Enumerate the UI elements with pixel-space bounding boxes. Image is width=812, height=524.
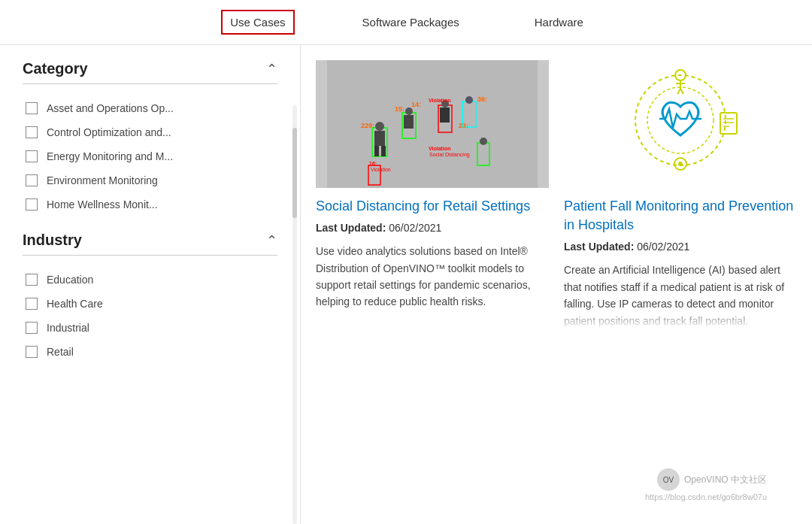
updated-date-2: 06/02/2021	[637, 241, 689, 253]
card-title-social-distancing[interactable]: Social Distancing for Retail Settings	[316, 197, 549, 216]
card-description-social-distancing: Use video analytics solutions based on I…	[316, 243, 549, 310]
sidebar-item-asset[interactable]: Asset and Operations Op...	[23, 96, 277, 120]
sidebar: Category ⌃ Asset and Operations Op... Co…	[0, 45, 301, 524]
svg-line-32	[677, 89, 680, 94]
svg-point-2	[375, 122, 384, 131]
updated-date-1: 06/02/2021	[389, 222, 441, 234]
checkbox-environment[interactable]	[26, 174, 38, 186]
svg-line-33	[680, 89, 683, 94]
sidebar-item-control-label: Control Optimization and...	[47, 126, 171, 138]
checkbox-home[interactable]	[26, 198, 38, 211]
sidebar-item-energy[interactable]: Energy Monitoring and M...	[23, 144, 277, 168]
sidebar-item-retail-label: Retail	[47, 346, 74, 358]
svg-point-7	[405, 108, 413, 115]
checkbox-education[interactable]	[26, 274, 38, 286]
checkbox-industrial[interactable]	[26, 322, 38, 334]
sidebar-item-retail[interactable]: Retail	[23, 340, 277, 364]
health-monitor-image	[564, 60, 797, 188]
svg-text:229:: 229:	[361, 122, 374, 129]
sidebar-item-home[interactable]: Home Wellness Monit...	[23, 192, 277, 217]
sidebar-item-energy-label: Energy Monitoring and M...	[47, 150, 173, 162]
checkbox-control[interactable]	[26, 126, 38, 138]
industry-header: Industry ⌃	[23, 232, 277, 256]
sidebar-item-healthcare[interactable]: Health Care	[23, 292, 277, 316]
svg-text:Social Distancing: Social Distancing	[429, 152, 470, 158]
main-layout: Category ⌃ Asset and Operations Op... Co…	[0, 45, 812, 524]
card-title-patient-fall[interactable]: Patient Fall Monitoring and Prevention i…	[564, 197, 797, 235]
social-distancing-image: Violation 229: 15: 14: 36: 23: Violation…	[316, 60, 549, 188]
svg-rect-3	[374, 131, 385, 146]
card-description-patient-fall: Create an Artificial Intelligence (AI) b…	[564, 262, 797, 329]
svg-text:23:: 23:	[459, 122, 468, 129]
svg-point-39	[678, 162, 683, 166]
nav-software-packages[interactable]: Software Packages	[355, 11, 467, 33]
category-section: Category ⌃ Asset and Operations Op... Co…	[23, 60, 277, 217]
sidebar-item-industrial[interactable]: Industrial	[23, 316, 277, 340]
checkbox-energy[interactable]	[26, 150, 38, 162]
svg-text:Violation: Violation	[429, 146, 450, 151]
top-navigation: Use Cases Software Packages Hardware	[0, 0, 812, 45]
scrollbar-thumb[interactable]	[292, 128, 297, 218]
svg-rect-4	[374, 146, 379, 156]
nav-use-cases[interactable]: Use Cases	[221, 10, 294, 35]
checkbox-asset[interactable]	[26, 102, 38, 114]
svg-point-28	[647, 87, 714, 153]
industry-title: Industry	[23, 232, 82, 249]
svg-rect-34	[720, 113, 737, 134]
card-social-distancing: Violation 229: 15: 14: 36: 23: Violation…	[316, 60, 549, 509]
industry-section: Industry ⌃ Education Health Care Industr…	[23, 232, 277, 364]
updated-label-1: Last Updated:	[316, 222, 386, 234]
category-title: Category	[23, 60, 88, 77]
category-header: Category ⌃	[23, 60, 277, 84]
checkbox-healthcare[interactable]	[26, 298, 38, 310]
svg-rect-11	[440, 108, 450, 123]
card-updated-patient-fall: Last Updated: 06/02/2021	[564, 241, 797, 253]
svg-point-14	[465, 96, 473, 104]
industry-chevron-icon[interactable]: ⌃	[266, 232, 277, 249]
sidebar-item-industrial-label: Industrial	[47, 322, 89, 334]
sidebar-item-education[interactable]: Education	[23, 268, 277, 292]
sidebar-item-environment[interactable]: Environment Monitoring	[23, 168, 277, 192]
card-image-patient-fall	[564, 60, 797, 188]
category-chevron-icon[interactable]: ⌃	[266, 61, 277, 77]
svg-text:36:: 36:	[477, 95, 487, 103]
svg-point-25	[480, 138, 487, 145]
sidebar-item-control[interactable]: Control Optimization and...	[23, 120, 277, 144]
updated-label-2: Last Updated:	[564, 241, 634, 253]
checkbox-retail[interactable]	[26, 346, 38, 358]
svg-rect-5	[381, 146, 386, 156]
card-image-social-distancing: Violation 229: 15: 14: 36: 23: Violation…	[316, 60, 549, 188]
card-updated-social-distancing: Last Updated: 06/02/2021	[316, 222, 549, 234]
svg-text:Violation: Violation	[429, 98, 450, 103]
content-area: Violation 229: 15: 14: 36: 23: Violation…	[301, 45, 812, 524]
sidebar-item-asset-label: Asset and Operations Op...	[47, 102, 174, 114]
svg-rect-0	[327, 60, 538, 188]
sidebar-item-healthcare-label: Health Care	[47, 298, 103, 310]
nav-items: Use Cases Software Packages Hardware	[221, 10, 591, 35]
sidebar-item-home-label: Home Wellness Monit...	[47, 198, 158, 211]
sidebar-item-environment-label: Environment Monitoring	[47, 174, 158, 186]
svg-text:14:: 14:	[411, 101, 421, 108]
nav-hardware[interactable]: Hardware	[527, 11, 591, 33]
scrollbar-track	[292, 105, 297, 524]
sidebar-item-education-label: Education	[47, 274, 93, 286]
svg-text:15:: 15:	[395, 105, 404, 113]
svg-rect-8	[404, 115, 414, 129]
card-patient-fall: Patient Fall Monitoring and Prevention i…	[564, 60, 797, 509]
